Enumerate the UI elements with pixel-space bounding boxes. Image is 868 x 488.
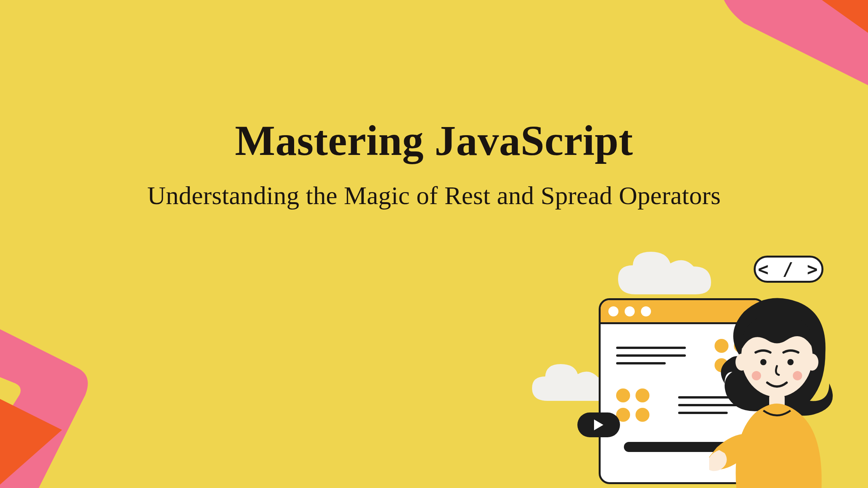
sub-title: Understanding the Magic of Rest and Spre… <box>0 181 868 210</box>
corner-decoration-bottom-left <box>0 294 182 488</box>
text-lines-placeholder <box>616 347 686 364</box>
main-title: Mastering JavaScript <box>0 116 868 165</box>
play-badge <box>577 412 620 437</box>
code-badge-text: < / > <box>758 259 819 280</box>
play-icon <box>593 419 604 431</box>
grid-dot <box>616 388 630 402</box>
ear <box>806 354 818 371</box>
blush <box>793 371 802 380</box>
eye <box>760 359 766 365</box>
corner-decoration-top-right <box>643 0 868 116</box>
ear <box>735 354 748 371</box>
eye <box>787 359 794 365</box>
grid-dot <box>636 408 649 422</box>
line <box>616 354 686 357</box>
illustration: < / > <box>527 240 845 488</box>
blush <box>752 371 761 380</box>
window-control-dot <box>641 306 651 316</box>
window-control-dot <box>625 306 635 316</box>
line <box>616 347 686 349</box>
code-badge: < / > <box>754 256 823 283</box>
cloud-icon <box>614 248 715 302</box>
person-illustration <box>709 294 845 488</box>
title-block: Mastering JavaScript Understanding the M… <box>0 116 868 210</box>
window-control-dot <box>608 306 618 316</box>
dot-grid <box>616 388 649 422</box>
line <box>616 362 666 364</box>
grid-dot <box>636 388 649 402</box>
